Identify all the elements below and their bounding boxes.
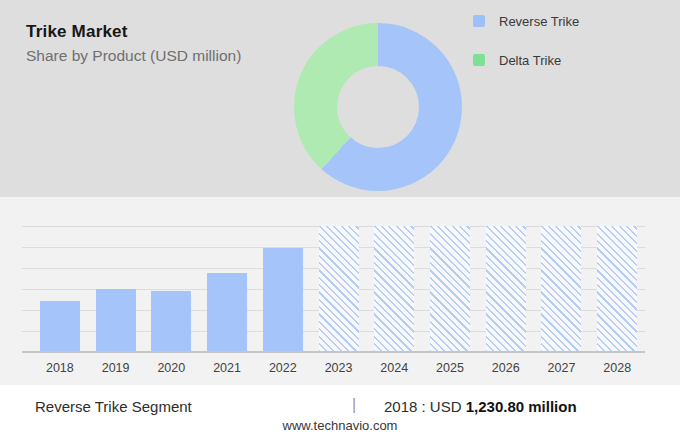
forecast-bar [541,226,581,352]
x-axis-label: 2027 [548,361,576,375]
donut-hole [337,66,419,148]
bar-column: 2022 [255,226,311,352]
legend-label: Delta Trike [499,53,561,68]
forecast-bar [374,226,414,352]
value-bar [151,291,191,352]
x-axis-label: 2023 [325,361,353,375]
stat-value: 1,230.80 million [466,398,577,415]
trike-market-infographic: Trike Market Share by Product (USD milli… [0,0,680,440]
bar-chart-columns: 2018201920202021202220232024202520262027… [22,226,645,352]
stat-2018: 2018 : USD 1,230.80 million [384,398,577,415]
legend-label: Reverse Trike [499,14,579,29]
x-axis-label: 2026 [492,361,520,375]
forecast-bar [430,226,470,352]
bar-column: 2025 [422,226,478,352]
legend-item: Delta Trike [473,53,579,67]
value-bar [96,289,136,352]
segment-label: Reverse Trike Segment [35,398,192,415]
bar-column: 2023 [311,226,367,352]
legend-swatch [473,54,485,66]
bar-column: 2027 [534,226,590,352]
x-axis-label: 2022 [269,361,297,375]
footer-separator: | [352,396,356,414]
x-axis-label: 2018 [46,361,74,375]
x-axis-label: 2021 [213,361,241,375]
value-bar [207,273,247,352]
x-axis-label: 2019 [102,361,130,375]
legend: Reverse TrikeDelta Trike [473,14,579,92]
legend-item: Reverse Trike [473,14,579,28]
donut-chart [294,23,462,191]
value-bar [263,248,303,352]
bar-chart-plot: 2018201920202021202220232024202520262027… [22,226,645,352]
forecast-bar [319,226,359,352]
value-bar [40,301,80,352]
bar-column: 2024 [366,226,422,352]
page-subtitle: Share by Product (USD million) [26,47,241,65]
x-axis-label: 2020 [157,361,185,375]
legend-swatch [473,15,485,27]
bar-column: 2020 [143,226,199,352]
stat-prefix: 2018 : USD [384,398,462,415]
bar-column: 2021 [199,226,255,352]
x-axis-label: 2025 [436,361,464,375]
header-section: Trike Market Share by Product (USD milli… [0,0,680,197]
forecast-bar [486,226,526,352]
forecast-bar [597,226,637,352]
x-axis-label: 2024 [380,361,408,375]
bar-column: 2026 [478,226,534,352]
website-link[interactable]: www.technavio.com [283,418,398,433]
bar-chart-section: 2018201920202021202220232024202520262027… [0,197,680,385]
page-title: Trike Market [26,22,128,42]
bar-column: 2018 [32,226,88,352]
bar-column: 2019 [88,226,144,352]
footer-section: Reverse Trike Segment | 2018 : USD 1,230… [0,385,680,440]
x-axis-line [22,351,645,353]
x-axis-label: 2028 [603,361,631,375]
bar-column: 2028 [589,226,645,352]
